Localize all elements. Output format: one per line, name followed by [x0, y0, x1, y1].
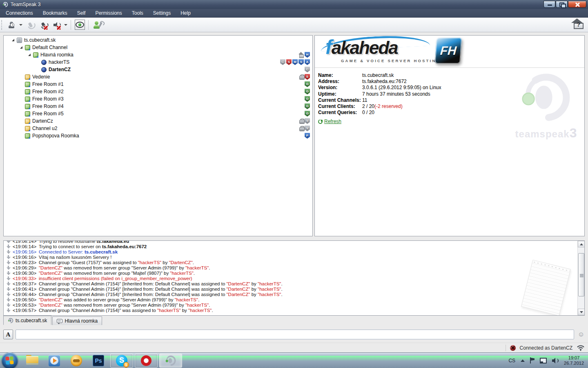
menu-connections[interactable]: Connections: [1, 9, 38, 18]
taskbar-skype-button[interactable]: S1: [110, 354, 133, 368]
tree-row-free-room-4[interactable]: Free Room #4G: [4, 103, 312, 110]
taskbar-garena-button[interactable]: [65, 353, 87, 368]
info-row-current-queries: Current Queries:0 / 20: [318, 110, 441, 116]
log-arrow-icon: [6, 250, 11, 254]
tree-row-hlavn-roomka[interactable]: Hlavná roomkaH: [4, 51, 312, 58]
menu-self[interactable]: Self: [72, 9, 91, 18]
tree-row-channel-u2[interactable]: Channel u2V: [4, 125, 312, 132]
info-value: 3.0.6.1 (29.6.2012 9:59:05) on Linux: [362, 85, 441, 91]
info-value: 2 / 20: [362, 103, 374, 110]
language-indicator[interactable]: CS: [508, 358, 515, 364]
expander-icon[interactable]: [12, 39, 17, 41]
menu-bookmarks[interactable]: Bookmarks: [38, 9, 72, 18]
teamspeak-watermark: teamspeak3: [513, 71, 579, 141]
info-value-extra: (-2 reserved): [374, 103, 403, 110]
eye-icon: [75, 20, 85, 30]
chat-input[interactable]: [16, 330, 574, 339]
tree-label: Channel u2: [32, 126, 57, 131]
help-button[interactable]: [573, 19, 584, 30]
log-arrow-icon: [6, 245, 11, 249]
menu-settings[interactable]: Settings: [148, 9, 176, 18]
log-scrollbar[interactable]: [577, 241, 584, 315]
taskbar-teamspeak-button[interactable]: [159, 354, 182, 368]
capture-disabled-button[interactable]: [24, 19, 36, 31]
system-tray: CS 19:07 26.7.2012: [508, 355, 588, 366]
network-icon[interactable]: [540, 358, 547, 364]
info-value: ts.fakaheda.eu:7672: [362, 79, 407, 85]
expander-icon[interactable]: [28, 54, 33, 56]
action-center-icon[interactable]: [530, 357, 535, 364]
restore-button[interactable]: [556, 1, 568, 8]
taskbar-opera-button[interactable]: [135, 354, 158, 368]
log-timestamp: <19:06:14>: [13, 240, 39, 244]
tree-label: Free Room #2: [32, 89, 64, 94]
log-timestamp: <19:06:30>: [13, 271, 39, 276]
tree-row-vedenie[interactable]: VedenieS: [4, 73, 312, 81]
tree-row-free-room-5[interactable]: Free Room #5G: [4, 110, 312, 117]
log-message: Channel group "Channel Admin (7154)" was…: [39, 308, 213, 313]
start-button[interactable]: [2, 352, 18, 368]
taskbar-media-player-button[interactable]: [43, 353, 65, 368]
taskbar: Ps S1 CS 19:07 26.7.2012: [0, 352, 588, 368]
menu-tools[interactable]: Tools: [127, 9, 148, 18]
tree-row-dartencz[interactable]: DartenCzV: [4, 117, 312, 125]
tab-hlavn-roomka[interactable]: Hlavná roomka: [52, 316, 102, 325]
menu-help[interactable]: Help: [176, 9, 196, 18]
mute-microphone-button[interactable]: [37, 19, 49, 31]
opera-icon: [141, 355, 151, 366]
log-message: Channel group "Channel Admin (7154)" [In…: [39, 292, 283, 297]
status-separator: [506, 345, 506, 351]
refresh-link[interactable]: Refresh: [324, 119, 341, 124]
media-player-icon: [49, 355, 60, 366]
tree-label: Default Channel: [32, 45, 67, 50]
tree-row-ts-cubecraft-sk[interactable]: ts.cubecraft.sk: [4, 36, 312, 44]
log-arrow-icon: [6, 287, 11, 292]
text-format-button[interactable]: A: [3, 330, 13, 339]
tree-row-hackerts[interactable]: hackerTSCSMSA: [4, 58, 312, 66]
tree-row-free-room-2[interactable]: Free Room #2G: [4, 88, 312, 95]
tree-row-free-room-1[interactable]: Free Room #1G: [4, 81, 312, 88]
tree-row-popshopova-roomka[interactable]: Popshopova RoomkaP: [4, 132, 312, 139]
channel-yellow-icon: [25, 126, 30, 131]
away-dropdown-arrow[interactable]: [19, 24, 22, 26]
expander-icon[interactable]: [20, 46, 25, 49]
tree-row-dartencz[interactable]: DartenCZC: [4, 66, 312, 73]
log-line: <19:06:41>Channel group "Channel Admin (…: [6, 287, 583, 292]
fakaheda-banner[interactable]: fakaheda GAME & VOICE SERVER HOSTING FH: [315, 36, 584, 68]
channel-subscribe-button[interactable]: [74, 19, 86, 31]
log-arrow-icon: [6, 271, 11, 276]
taskbar-explorer-button[interactable]: [21, 353, 43, 368]
taskbar-photoshop-button[interactable]: Ps: [87, 353, 109, 368]
tree-row-default-channel[interactable]: Default Channel: [4, 44, 312, 51]
mute-speakers-dropdown-arrow[interactable]: [64, 24, 67, 26]
contacts-button[interactable]: [91, 19, 103, 31]
taskbar-clock[interactable]: 19:07 26.7.2012: [564, 355, 584, 366]
tree-row-free-room-3[interactable]: Free Room #3G: [4, 95, 312, 103]
shield-v-icon: V: [305, 126, 310, 131]
away-status-button[interactable]: [5, 19, 18, 31]
log-arrow-icon: [6, 266, 11, 270]
log-message: insufficient client permissions (failed …: [39, 276, 192, 281]
log-timestamp: <19:06:44>: [13, 292, 39, 297]
info-row-address: Address:ts.fakaheda.eu:7672: [318, 79, 441, 85]
hidden-icons-button[interactable]: [521, 359, 525, 362]
mute-speakers-button[interactable]: [50, 19, 62, 31]
info-label: Current Channels:: [318, 97, 362, 103]
menu-permissions[interactable]: Permissions: [90, 9, 127, 18]
row-badges: V: [299, 126, 310, 131]
scrollbar-thumb[interactable]: [578, 253, 584, 296]
scroll-up-button[interactable]: [578, 241, 585, 247]
minimize-button[interactable]: [543, 1, 555, 8]
volume-icon[interactable]: [552, 358, 559, 364]
tree-label: Hlavná roomka: [40, 52, 74, 58]
channel-yellow-icon: [25, 74, 30, 80]
lock-icon: [299, 126, 304, 131]
tab-ts-cubecraft-sk[interactable]: ts.cubecraft.sk: [3, 316, 51, 325]
shield-s-icon: S: [298, 59, 304, 65]
emoticon-button[interactable]: ☺: [578, 331, 584, 338]
row-badges: P: [305, 133, 310, 139]
server-icon: [17, 38, 22, 43]
scroll-down-button[interactable]: [578, 309, 585, 315]
row-badges: C: [305, 67, 310, 72]
close-button[interactable]: [568, 1, 586, 8]
